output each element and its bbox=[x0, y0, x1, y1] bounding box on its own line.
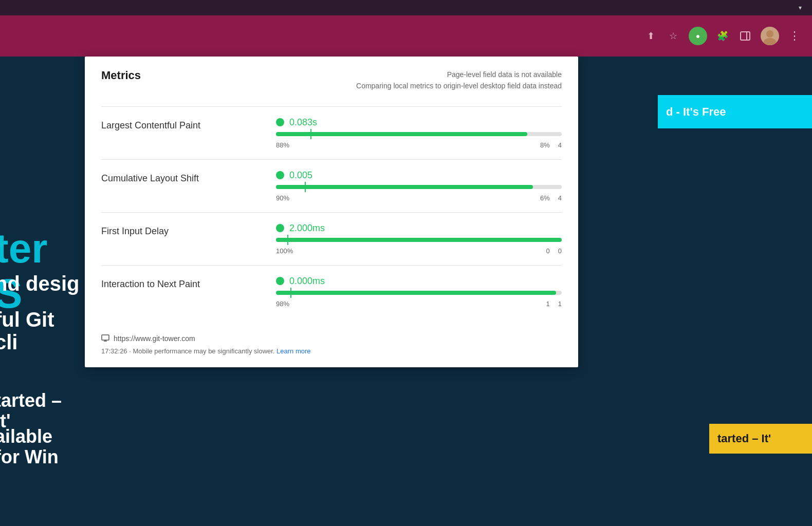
svg-point-3 bbox=[764, 38, 776, 45]
metric-chart-1: 0.005 90% 6% 4 bbox=[276, 170, 562, 202]
website-yellow-cta[interactable]: tarted – It' bbox=[709, 424, 812, 454]
metrics-url: https://www.git-tower.com bbox=[114, 334, 195, 343]
website-cyan-button[interactable]: d - It's Free bbox=[658, 95, 812, 128]
metric-marker-2 bbox=[287, 235, 288, 245]
metric-value-2: 2.000ms bbox=[289, 223, 325, 234]
metric-row: Largest Contentful Paint 0.083s 88% 8% 4 bbox=[101, 106, 562, 159]
metric-value-1: 0.005 bbox=[289, 170, 312, 181]
browser-top-bar: ▾ bbox=[0, 0, 812, 15]
metrics-footer: https://www.git-tower.com 17:32:26 · Mob… bbox=[101, 326, 562, 355]
metric-chart-3: 0.000ms 98% 1 1 bbox=[276, 276, 562, 308]
metric-dot-0 bbox=[276, 118, 284, 126]
share-icon[interactable]: ⬆ bbox=[643, 29, 658, 43]
avatar[interactable] bbox=[761, 27, 779, 45]
metric-bar-3 bbox=[276, 291, 562, 295]
metric-label-1: Cumulative Layout Shift bbox=[101, 170, 276, 184]
website-cta-bottom: ailable for Win bbox=[0, 426, 82, 467]
metrics-header: Metrics Page-level field data is not ava… bbox=[101, 69, 562, 92]
metric-dot-2 bbox=[276, 224, 284, 232]
chevron-down-icon: ▾ bbox=[799, 4, 802, 11]
metric-row: Interaction to Next Paint 0.000ms 98% 1 … bbox=[101, 265, 562, 318]
bookmark-icon[interactable]: ☆ bbox=[666, 29, 680, 43]
metrics-subtitle: Page-level field data is not available C… bbox=[356, 69, 562, 92]
svg-rect-4 bbox=[102, 335, 109, 340]
metric-marker-0 bbox=[310, 129, 311, 139]
metric-bar-1 bbox=[276, 185, 562, 189]
monitor-icon bbox=[101, 334, 109, 343]
metrics-panel: Metrics Page-level field data is not ava… bbox=[85, 57, 578, 367]
metric-dot-1 bbox=[276, 171, 284, 179]
svg-point-2 bbox=[766, 30, 773, 37]
extension-active-icon[interactable]: ● bbox=[689, 27, 707, 45]
sidebar-icon[interactable] bbox=[738, 29, 752, 43]
metric-bar-0 bbox=[276, 132, 562, 136]
metric-label-3: Interaction to Next Paint bbox=[101, 276, 276, 290]
metric-row: First Input Delay 2.000ms 100% 0 0 bbox=[101, 212, 562, 265]
metric-label-0: Largest Contentful Paint bbox=[101, 117, 276, 131]
metric-marker-1 bbox=[305, 182, 306, 192]
metric-rows-container: Largest Contentful Paint 0.083s 88% 8% 4… bbox=[101, 106, 562, 318]
metric-value-3: 0.000ms bbox=[289, 276, 325, 287]
website-dark-section: ter S nd desig ful Git cli tarted – It' … bbox=[0, 57, 82, 526]
metrics-title: Metrics bbox=[101, 69, 141, 82]
metric-chart-0: 0.083s 88% 8% 4 bbox=[276, 117, 562, 149]
metric-chart-2: 2.000ms 100% 0 0 bbox=[276, 223, 562, 255]
learn-more-link[interactable]: Learn more bbox=[276, 347, 310, 355]
svg-rect-0 bbox=[741, 32, 750, 40]
metric-row: Cumulative Layout Shift 0.005 90% 6% 4 bbox=[101, 159, 562, 212]
website-heading-1: ter S bbox=[0, 226, 82, 316]
metric-dot-3 bbox=[276, 277, 284, 285]
metrics-note: 17:32:26 · Mobile performance may be sig… bbox=[101, 347, 562, 355]
metrics-url-row: https://www.git-tower.com bbox=[101, 334, 562, 343]
metric-label-2: First Input Delay bbox=[101, 223, 276, 237]
metric-bar-2 bbox=[276, 238, 562, 242]
website-cta-text: tarted – It' bbox=[0, 390, 82, 431]
metric-value-0: 0.083s bbox=[289, 117, 317, 128]
more-menu-icon[interactable]: ⋮ bbox=[787, 29, 802, 43]
browser-toolbar: ⬆ ☆ ● 🧩 ⋮ bbox=[0, 15, 812, 57]
puzzle-icon[interactable]: 🧩 bbox=[715, 29, 730, 43]
website-subtext-2: ful Git cli bbox=[0, 308, 82, 353]
metric-marker-3 bbox=[290, 288, 291, 298]
website-subtext-1: nd desig bbox=[0, 272, 79, 295]
